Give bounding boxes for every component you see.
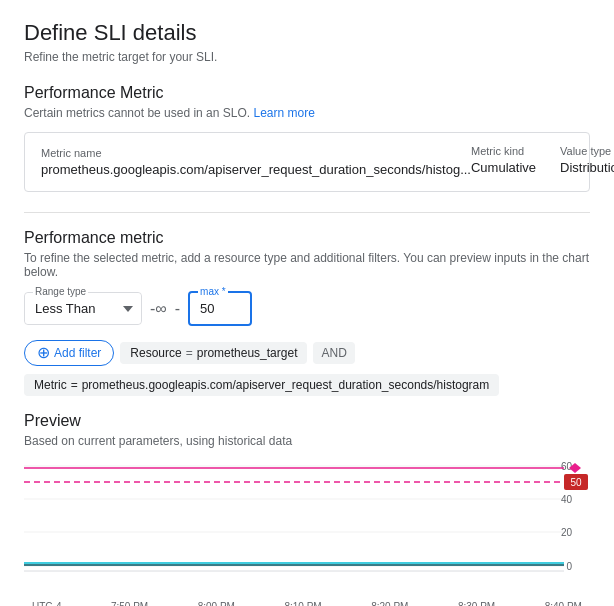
filter1-op: = — [186, 346, 193, 360]
metric-card: Metric name prometheus.googleapis.com/ap… — [24, 132, 590, 192]
perf-metric-note: To refine the selected metric, add a res… — [24, 251, 590, 279]
range-type-label: Range type — [33, 286, 88, 297]
perf-metric-section: Performance metric To refine the selecte… — [24, 229, 590, 396]
metric-right-group: Metric kind Cumulative Value type Distri… — [471, 145, 614, 179]
add-filter-button[interactable]: ⊕ Add filter — [24, 340, 114, 366]
x-label-1: 7:50 PM — [111, 601, 148, 606]
perf-metric-section-title: Performance metric — [24, 229, 590, 247]
divider — [24, 212, 590, 213]
filter2-val: prometheus.googleapis.com/apiserver_requ… — [82, 378, 490, 392]
range-max-wrapper: max * — [188, 291, 252, 326]
filter1-key: Resource — [130, 346, 181, 360]
range-dash: -∞ — [150, 300, 167, 318]
page-subtitle: Refine the metric target for your SLI. — [24, 50, 590, 64]
preview-note: Based on current parameters, using histo… — [24, 434, 590, 448]
svg-text:40: 40 — [561, 494, 573, 505]
filter-row-1: ⊕ Add filter Resource = prometheus_targe… — [24, 340, 590, 366]
metric-name-group: Metric name prometheus.googleapis.com/ap… — [41, 147, 471, 177]
value-type-group: Value type Distribution — [560, 145, 614, 175]
x-label-6: 8:40 PM — [545, 601, 582, 606]
plus-icon: ⊕ — [37, 345, 50, 361]
svg-text:0: 0 — [566, 561, 572, 572]
x-label-3: 8:10 PM — [284, 601, 321, 606]
section-note: Certain metrics cannot be used in an SLO… — [24, 106, 590, 120]
x-label-5: 8:30 PM — [458, 601, 495, 606]
x-label-4: 8:20 PM — [371, 601, 408, 606]
range-type-wrapper: Range type Less Than Greater Than Betwee… — [24, 292, 142, 325]
range-max-input[interactable] — [190, 293, 250, 324]
metric-name-value: prometheus.googleapis.com/apiserver_requ… — [41, 162, 471, 177]
metric-kind-value: Cumulative — [471, 160, 536, 175]
svg-text:50: 50 — [570, 477, 582, 488]
filter-chip-resource[interactable]: Resource = prometheus_target — [120, 342, 307, 364]
chart-x-axis: UTC-4 7:50 PM 8:00 PM 8:10 PM 8:20 PM 8:… — [24, 601, 590, 606]
and-label: AND — [313, 342, 354, 364]
range-group: Range type Less Than Greater Than Betwee… — [24, 291, 590, 326]
metric-name-label: Metric name — [41, 147, 471, 159]
filter2-op: = — [71, 378, 78, 392]
range-type-select[interactable]: Less Than Greater Than Between — [25, 293, 141, 324]
filter-chip-metric[interactable]: Metric = prometheus.googleapis.com/apise… — [24, 374, 499, 396]
chart-area: 60 40 20 0 50 — [24, 456, 590, 606]
svg-text:60: 60 — [561, 461, 573, 472]
metric-kind-label: Metric kind — [471, 145, 536, 157]
chart-svg: 60 40 20 0 50 — [24, 456, 590, 596]
page-title: Define SLI details — [24, 20, 590, 46]
filter1-val: prometheus_target — [197, 346, 298, 360]
range-max-label: max * — [198, 286, 228, 297]
performance-metric-heading: Performance Metric — [24, 84, 590, 102]
metric-kind-group: Metric kind Cumulative — [471, 145, 536, 175]
range-separator: - — [175, 300, 180, 318]
svg-text:20: 20 — [561, 527, 573, 538]
x-label-2: 8:00 PM — [198, 601, 235, 606]
filter-row-2: Metric = prometheus.googleapis.com/apise… — [24, 374, 590, 396]
value-type-label: Value type — [560, 145, 614, 157]
x-label-0: UTC-4 — [32, 601, 61, 606]
add-filter-label: Add filter — [54, 346, 101, 360]
preview-section: Preview Based on current parameters, usi… — [24, 412, 590, 606]
filter2-key: Metric — [34, 378, 67, 392]
value-type-value: Distribution — [560, 160, 614, 175]
learn-more-link[interactable]: Learn more — [253, 106, 314, 120]
preview-title: Preview — [24, 412, 590, 430]
page-container: Define SLI details Refine the metric tar… — [0, 0, 614, 606]
